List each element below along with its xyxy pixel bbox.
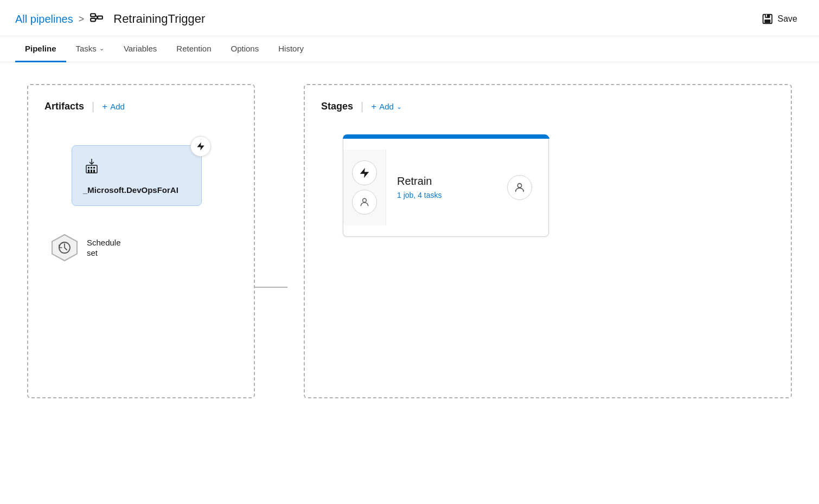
- plus-icon: +: [102, 101, 107, 112]
- breadcrumb: All pipelines > RetrainingTrigger: [15, 12, 205, 26]
- artifacts-title: Artifacts: [44, 101, 84, 112]
- svg-marker-17: [197, 143, 204, 151]
- connector-line: [255, 176, 287, 398]
- artifacts-divider: |: [92, 100, 94, 113]
- artifacts-section: Artifacts | + Add: [27, 84, 255, 398]
- breadcrumb-separator: >: [79, 14, 85, 25]
- svg-rect-11: [91, 167, 92, 169]
- tab-pipeline[interactable]: Pipeline: [15, 36, 66, 62]
- stage-meta: 1 job, 4 tasks: [397, 191, 507, 199]
- all-pipelines-link[interactable]: All pipelines: [15, 13, 73, 25]
- tab-variables[interactable]: Variables: [114, 36, 167, 62]
- svg-rect-13: [88, 170, 89, 173]
- nav-tabs: Pipeline Tasks ⌄ Variables Retention Opt…: [0, 36, 819, 62]
- artifact-card[interactable]: _Microsoft.DevOpsForAI: [72, 145, 202, 206]
- stage-person-left-icon[interactable]: [352, 190, 377, 215]
- tab-tasks[interactable]: Tasks ⌄: [66, 36, 114, 62]
- tasks-dropdown-icon: ⌄: [99, 45, 104, 52]
- svg-rect-14: [91, 170, 92, 173]
- svg-point-23: [517, 183, 521, 187]
- stage-trigger-col: [343, 150, 386, 225]
- stage-trigger-icon[interactable]: [352, 160, 377, 185]
- svg-rect-7: [764, 20, 770, 23]
- svg-rect-6: [765, 15, 770, 18]
- save-label: Save: [778, 14, 797, 24]
- stages-section: Stages | + Add ⌄: [304, 84, 792, 398]
- pipeline-title: RetrainingTrigger: [113, 12, 205, 26]
- top-bar: All pipelines > RetrainingTrigger Save: [0, 0, 819, 36]
- stages-add-chevron: ⌄: [396, 103, 402, 111]
- tab-options[interactable]: Options: [221, 36, 269, 62]
- stage-name: Retrain: [397, 175, 507, 188]
- svg-marker-21: [360, 167, 369, 177]
- artifacts-add-button[interactable]: + Add: [102, 101, 125, 112]
- plus-icon-stages: +: [371, 101, 376, 112]
- svg-rect-10: [88, 167, 89, 169]
- artifacts-header: Artifacts | + Add: [44, 100, 238, 113]
- stage-card-inner: Retrain 1 job, 4 tasks: [343, 139, 548, 236]
- stages-divider: |: [361, 100, 363, 113]
- svg-point-22: [363, 198, 367, 202]
- schedule-icon: [50, 233, 79, 262]
- stages-header: Stages | + Add ⌄: [321, 100, 775, 113]
- svg-rect-2: [98, 16, 103, 19]
- save-button[interactable]: Save: [755, 10, 804, 28]
- stage-person-right-button[interactable]: [507, 175, 532, 200]
- svg-rect-15: [93, 170, 95, 173]
- tab-history[interactable]: History: [268, 36, 313, 62]
- canvas: Artifacts | + Add: [0, 62, 819, 420]
- pipeline-icon: [89, 12, 104, 26]
- artifact-type-icon: [83, 158, 190, 179]
- schedule-set: Schedule set: [50, 233, 238, 262]
- svg-rect-8: [766, 15, 767, 17]
- svg-rect-0: [91, 14, 95, 16]
- svg-rect-12: [93, 167, 95, 169]
- artifact-trigger-badge[interactable]: [190, 136, 211, 157]
- stages-title: Stages: [321, 101, 353, 112]
- schedule-label: Schedule set: [87, 237, 121, 259]
- stages-add-button[interactable]: + Add ⌄: [371, 101, 402, 112]
- tab-retention[interactable]: Retention: [167, 36, 221, 62]
- artifact-name: _Microsoft.DevOpsForAI: [83, 184, 190, 196]
- stage-content: Retrain 1 job, 4 tasks: [386, 175, 507, 199]
- stage-card[interactable]: Retrain 1 job, 4 tasks: [343, 134, 549, 237]
- svg-line-4: [95, 17, 98, 20]
- svg-rect-1: [91, 18, 95, 21]
